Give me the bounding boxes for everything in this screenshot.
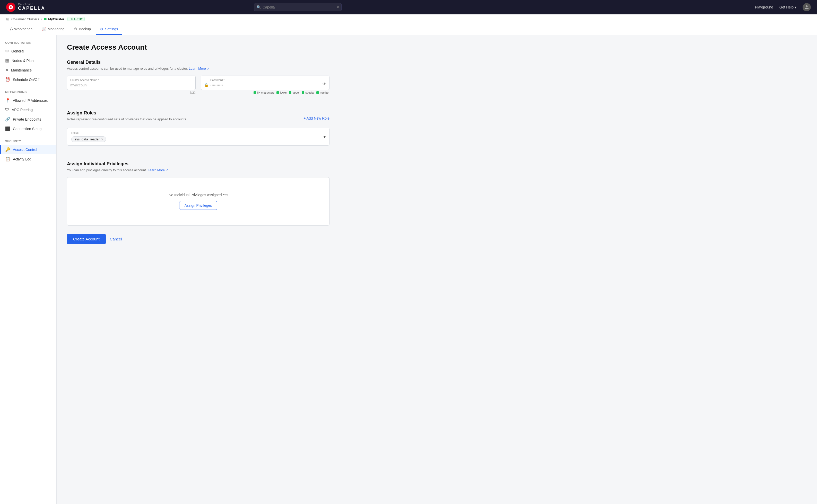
privileges-box: No Individual Privileges Assigned Yet As… [67,177,330,226]
strength-dot-lower [277,91,279,94]
general-details-learn-more[interactable]: Learn More ↗ [189,67,210,70]
page-title: Create Access Account [67,43,330,51]
sidebar-item-activity-log[interactable]: 📋 Activity Log [0,154,56,164]
terminal-icon: ⬛ [5,126,10,131]
sidebar-item-private-endpoints[interactable]: 🔗 Private Endpoints [0,114,56,124]
lock-icon: 🔒 [204,83,209,87]
sidebar-group-configuration: CONFIGURATION ⚙ General ▦ Nodes & Plan ✕… [0,41,56,84]
roles-box-label: Roles [71,131,325,134]
show-password-toggle[interactable]: 👁 [323,82,326,86]
sidebar-item-allowed-ip-label: Allowed IP Addresses [13,98,48,103]
tab-settings[interactable]: ⚙ Settings [96,24,122,35]
cancel-button[interactable]: Cancel [110,237,122,241]
search-bar: 🔍 × [254,3,342,11]
clear-search-button[interactable]: × [337,5,339,9]
tab-bar: {} Workbench 📈 Monitoring ⏱ Backup ⚙ Set… [0,24,817,35]
roles-dropdown-chevron[interactable]: ▾ [324,134,326,139]
password-field: 🔒 Password * 👁 8+ characters lower [201,76,330,95]
sidebar-item-connection-string[interactable]: ⬛ Connection String [0,124,56,133]
sidebar-item-nodes-plan[interactable]: ▦ Nodes & Plan [0,56,56,65]
search-input[interactable] [254,3,342,11]
no-privileges-text: No Individual Privileges Assigned Yet [72,193,324,197]
brand-text: Couchbase CAPELLA [18,3,45,11]
strength-dot-8chars [254,91,256,94]
cluster-status-indicator [44,18,47,20]
strength-8chars: 8+ characters [254,91,275,94]
key-icon: 🔑 [5,147,10,152]
tab-settings-label: Settings [105,27,118,31]
user-avatar[interactable] [803,3,811,11]
sidebar-section-configuration: CONFIGURATION [0,41,56,46]
clock-icon: ⏰ [5,77,10,82]
strength-lower: lower [277,91,287,94]
assign-roles-title: Assign Roles Roles represent pre-configu… [67,110,187,126]
breadcrumb-separator: / [41,17,42,21]
add-new-role-button[interactable]: + Add New Role [304,116,330,120]
sidebar-item-activity-log-label: Activity Log [13,157,31,161]
assign-roles-section-title: Assign Roles [67,110,187,116]
doc-icon: 📋 [5,157,10,161]
sidebar-item-general-label: General [11,49,24,53]
privileges-external-link-icon: ↗ [166,168,168,172]
sidebar-item-nodes-plan-label: Nodes & Plan [12,59,34,63]
assign-roles-section: Assign Roles Roles represent pre-configu… [67,110,330,146]
sidebar-item-schedule[interactable]: ⏰ Schedule On/Off [0,75,56,84]
tab-workbench[interactable]: {} Workbench [6,24,37,35]
create-account-button[interactable]: Create Account [67,234,106,244]
assign-privileges-desc: You can add privileges directly to this … [67,168,330,172]
strength-dot-number [316,91,319,94]
sidebar-item-maintenance[interactable]: ✕ Maintenance [0,65,56,75]
playground-link[interactable]: Playground [755,5,773,9]
strength-upper: upper [289,91,300,94]
assign-privileges-button[interactable]: Assign Privileges [179,201,218,210]
breadcrumb-cluster: MyCluster HEALTHY [44,17,85,21]
strength-dot-upper [289,91,291,94]
sidebar-section-security: SECURITY [0,140,56,145]
assign-privileges-section: Assign Individual Privileges You can add… [67,161,330,226]
form-row-credentials: Cluster Access Name * 7/32 🔒 Password * … [67,76,330,95]
password-strength: 8+ characters lower upper special [201,91,330,94]
assign-roles-desc: Roles represent pre-configured sets of p… [67,117,187,121]
topbar-right: Playground Get Help ▾ [755,3,811,11]
tab-monitoring[interactable]: 📈 Monitoring [38,24,68,35]
grid-icon: ▦ [5,58,9,63]
sidebar-section-networking: NETWORKING [0,91,56,96]
remove-role-button[interactable]: × [101,138,103,141]
get-help-link[interactable]: Get Help ▾ [779,5,796,9]
tab-monitoring-label: Monitoring [48,27,64,31]
roles-box: Roles sys_data_reader × ▾ [67,128,330,146]
sidebar-item-maintenance-label: Maintenance [11,68,32,72]
breadcrumb-parent[interactable]: Columnar Clusters [11,17,39,21]
role-name: sys_data_reader [75,137,100,141]
privileges-learn-more[interactable]: Learn More ↗ [148,168,168,172]
cluster-access-input-wrapper: Cluster Access Name * [67,76,195,90]
password-label: Password * [210,78,225,82]
tab-backup[interactable]: ⏱ Backup [69,24,95,35]
strength-dot-special [302,91,304,94]
general-details-desc: Access control accounts can be used to m… [67,67,330,70]
password-input[interactable] [210,83,326,87]
monitoring-icon: 📈 [42,27,46,31]
backup-icon: ⏱ [74,27,77,31]
wrench-icon: ✕ [5,68,8,73]
tab-backup-label: Backup [79,27,91,31]
workbench-icon: {} [10,27,13,31]
external-link-icon: ↗ [207,67,210,70]
cluster-health-badge: HEALTHY [67,17,85,21]
sidebar-item-general[interactable]: ⚙ General [0,46,56,56]
sidebar-item-vpc-peering[interactable]: 🛡 VPC Peering [0,105,56,114]
sidebar-item-access-control-label: Access Control [13,148,37,152]
sidebar-item-connection-string-label: Connection String [13,127,41,131]
sidebar-item-vpc-peering-label: VPC Peering [12,108,33,112]
shield-icon: 🛡 [5,107,9,112]
logo[interactable]: Couchbase CAPELLA [6,3,45,12]
strength-special: special [302,91,314,94]
cluster-access-input[interactable] [70,83,192,87]
chevron-down-icon: ▾ [795,5,796,10]
assign-privileges-title: Assign Individual Privileges [67,161,330,167]
sidebar-item-allowed-ip[interactable]: 📍 Allowed IP Addresses [0,96,56,105]
logo-icon [6,3,15,12]
roles-list: sys_data_reader × [71,136,325,142]
sidebar-item-access-control[interactable]: 🔑 Access Control [0,145,56,154]
brand-sub: Couchbase [18,3,45,6]
